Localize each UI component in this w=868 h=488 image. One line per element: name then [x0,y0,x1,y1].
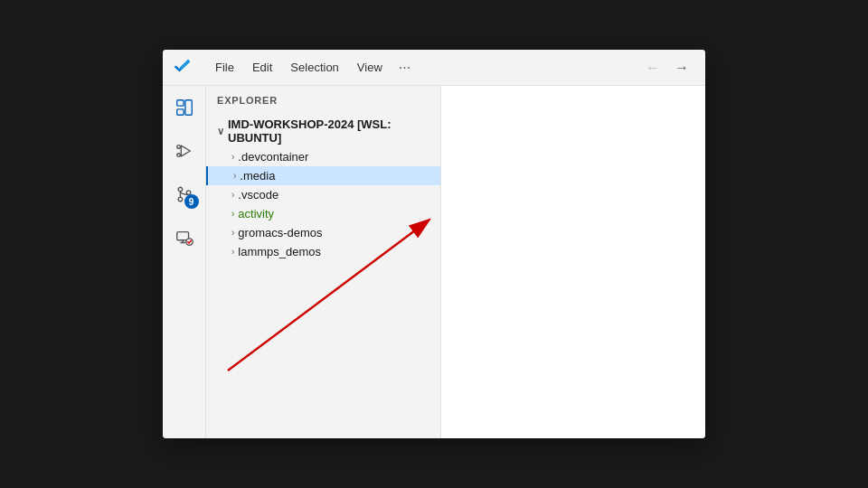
file-menu[interactable]: File [208,58,241,77]
folder-chevron-icon: › [231,228,234,238]
tree-item-devcontainer[interactable]: › .devcontainer [206,147,440,166]
titlebar: File Edit Selection View ··· ← → [163,50,705,86]
more-menu[interactable]: ··· [393,57,416,79]
nav-arrows: ← → [640,58,694,78]
root-folder-label: IMD-WORKSHOP-2024 [WSL: UBUNTU] [228,117,429,145]
tree-item-activity[interactable]: › activity [206,204,440,223]
back-arrow[interactable]: ← [640,58,665,78]
content-area: 9 EXPLORER ∨ IMD-WORKSHOP-2024 [WSL: UBU… [163,86,705,438]
forward-arrow[interactable]: → [669,58,694,78]
selection-menu[interactable]: Selection [283,58,345,77]
folder-chevron-icon: › [231,209,234,219]
source-control-badge: 9 [184,194,199,209]
vscode-logo-icon [174,58,193,78]
editor-area [441,86,705,438]
tree-item-lammps[interactable]: › lammps_demos [206,242,440,261]
svg-rect-1 [176,109,183,115]
tree-item-media[interactable]: › .media [206,166,440,185]
root-folder-name[interactable]: ∨ IMD-WORKSHOP-2024 [WSL: UBUNTU] [206,115,440,147]
tree-item-label: .media [240,169,275,183]
folder-chevron-icon: › [231,190,234,200]
tree-item-label: gromacs-demos [238,226,322,239]
edit-menu[interactable]: Edit [245,58,279,77]
source-control-activity-icon[interactable]: 9 [166,176,203,212]
vscode-window: File Edit Selection View ··· ← → [163,50,705,438]
svg-rect-2 [184,100,191,116]
explorer-panel: EXPLORER ∨ IMD-WORKSHOP-2024 [WSL: UBUNT… [206,86,441,438]
folder-chevron-icon: › [233,171,236,181]
tree-item-label: .vscode [238,188,278,202]
activity-bar: 9 [163,86,206,438]
run-debug-activity-icon[interactable] [166,133,203,169]
menu-bar: File Edit Selection View ··· [208,57,416,79]
svg-point-6 [178,197,183,202]
svg-point-3 [176,145,180,149]
view-menu[interactable]: View [350,58,390,77]
root-folder: ∨ IMD-WORKSHOP-2024 [WSL: UBUNTU] › .dev… [206,111,440,265]
svg-point-5 [178,187,183,192]
folder-chevron-icon: › [231,247,234,257]
explorer-title: EXPLORER [206,86,440,111]
folder-chevron-icon: › [231,152,234,162]
tree-item-vscode[interactable]: › .vscode [206,185,440,204]
tree-item-label: lammps_demos [238,245,321,258]
explorer-activity-icon[interactable] [166,89,203,126]
tree-item-label: activity [238,207,274,221]
tree-item-gromacs[interactable]: › gromacs-demos [206,223,440,242]
svg-rect-0 [176,100,183,106]
svg-point-4 [176,154,180,157]
remote-explorer-activity-icon[interactable] [166,220,203,256]
tree-item-label: .devcontainer [238,150,308,164]
root-chevron-icon: ∨ [217,126,224,137]
